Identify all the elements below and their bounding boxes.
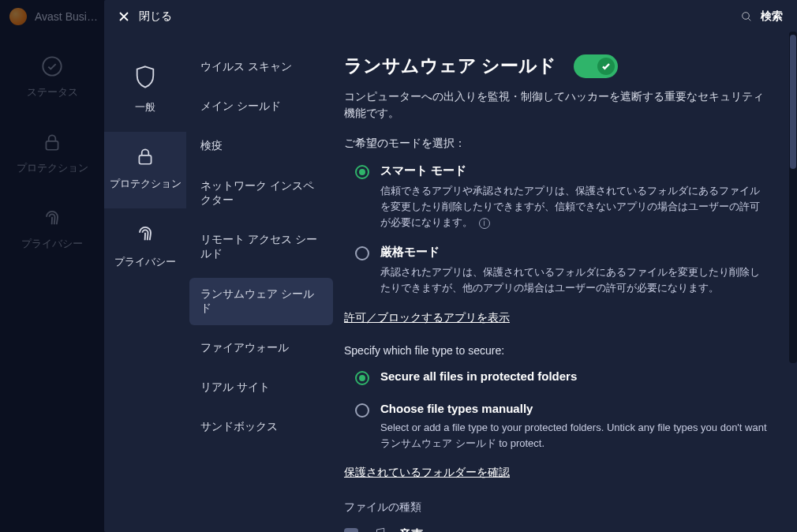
radio-secure-all[interactable] [355, 371, 369, 385]
overlay-body: 一般 プロテクション プライバシー ウイルス スキャン メイン シールド 検疫 … [104, 33, 797, 532]
file-label-audio: 音声 [399, 527, 423, 532]
sub-sandbox[interactable]: サンドボックス [189, 410, 333, 444]
category-column: 一般 プロテクション プライバシー [104, 33, 186, 532]
category-label: プロテクション [110, 178, 181, 191]
lock-icon [41, 131, 63, 153]
bg-sidebar-status: ステータス [0, 55, 104, 99]
file-type-label: Specify which file type to secure: [344, 344, 769, 357]
file-opt-choose-manual[interactable]: Choose file types manually Select or add… [344, 400, 769, 464]
shield-icon [134, 65, 156, 90]
checkbox-audio[interactable] [344, 528, 358, 532]
radio-smart[interactable] [355, 165, 369, 179]
fingerprint-icon [134, 223, 156, 245]
music-icon [371, 526, 387, 532]
bg-sidebar-label: ステータス [27, 85, 78, 99]
close-button[interactable]: 閉じる [118, 9, 172, 24]
mode-strict-title: 厳格モード [380, 245, 769, 260]
svg-point-0 [43, 57, 61, 75]
sub-main-shield[interactable]: メイン シールド [189, 90, 333, 123]
content-pane: ランサムウェア シールド コンピューターへの出入りを監視・制御してハッカーを遮断… [341, 33, 797, 532]
sub-quarantine[interactable]: 検疫 [189, 129, 333, 163]
sub-virus-scan[interactable]: ウイルス スキャン [189, 51, 333, 84]
mode-option-strict[interactable]: 厳格モード 承認されたアプリは、保護されているフォルダにあるファイルを変更したり… [344, 243, 769, 309]
sub-firewall[interactable]: ファイアウォール [189, 332, 333, 365]
svg-rect-3 [139, 155, 151, 164]
mode-label: ご希望のモードを選択： [344, 137, 769, 151]
bg-sidebar-label: プロテクション [17, 161, 88, 175]
toggle-knob [597, 58, 615, 75]
sub-remote-access[interactable]: リモート アクセス シールド [189, 223, 333, 271]
sub-column: ウイルス スキャン メイン シールド 検疫 ネットワーク インスペクター リモー… [186, 33, 341, 532]
svg-point-2 [743, 13, 750, 20]
mode-smart-body: スマート モード 信頼できるアプリや承認されたアプリは、保護されているフォルダに… [380, 163, 769, 230]
settings-overlay: 閉じる 検索 一般 プロテクション プライバシー ウイルス スキャン メイン [104, 0, 797, 532]
file-list-header: ファイルの種類 [344, 500, 769, 515]
feature-toggle[interactable] [574, 54, 618, 78]
overlay-header: 閉じる 検索 [104, 0, 797, 33]
file-opt-choose-manual-desc: Select or add a file type to your protec… [380, 420, 769, 451]
svg-rect-1 [46, 141, 58, 150]
sub-real-site[interactable]: リアル サイト [189, 371, 333, 404]
file-opt-secure-all-body: Secure all files in protected folders [380, 369, 577, 388]
category-label: 一般 [135, 101, 155, 114]
mode-smart-title: スマート モード [380, 163, 769, 178]
category-label: プライバシー [114, 256, 176, 269]
file-opt-secure-all[interactable]: Secure all files in protected folders [344, 368, 769, 400]
mode-strict-body: 厳格モード 承認されたアプリは、保護されているフォルダにあるファイルを変更したり… [380, 245, 769, 296]
search-label: 検索 [761, 9, 783, 24]
protected-folders-link[interactable]: 保護されているフォルダーを確認 [344, 466, 510, 480]
file-opt-secure-all-title: Secure all files in protected folders [380, 369, 577, 383]
mode-option-smart[interactable]: スマート モード 信頼できるアプリや承認されたアプリは、保護されているフォルダに… [344, 162, 769, 243]
category-privacy[interactable]: プライバシー [104, 208, 186, 287]
radio-strict[interactable] [355, 246, 369, 260]
check-icon [601, 62, 611, 71]
search-icon [740, 10, 753, 23]
status-icon [41, 55, 63, 77]
search-button[interactable]: 検索 [740, 9, 783, 24]
file-row-audio: 音声 [344, 523, 769, 532]
scrollbar[interactable] [789, 32, 797, 363]
close-label: 閉じる [139, 9, 172, 24]
page-title: ランサムウェア シールド [344, 54, 556, 78]
mode-smart-desc: 信頼できるアプリや承認されたアプリは、保護されているフォルダにあるファイルを変更… [380, 183, 769, 230]
mode-smart-desc-text: 信頼できるアプリや承認されたアプリは、保護されているフォルダにあるファイルを変更… [380, 185, 760, 228]
feature-description: コンピューターへの出入りを監視・制御してハッカーを遮断する重要なセキュリティ機能… [344, 89, 769, 122]
title-row: ランサムウェア シールド [344, 54, 769, 78]
info-icon[interactable]: i [479, 218, 490, 229]
bg-sidebar-privacy: プライバシー [0, 207, 104, 251]
bg-sidebar-label: プライバシー [21, 237, 83, 251]
bg-sidebar: ステータス プロテクション プライバシー [0, 33, 104, 532]
avast-logo-icon [9, 8, 27, 25]
bg-app-title: Avast Busi… [35, 10, 98, 23]
sub-ransomware[interactable]: ランサムウェア シールド [189, 278, 333, 325]
category-protection[interactable]: プロテクション [104, 132, 186, 208]
file-opt-choose-manual-body: Choose file types manually Select or add… [380, 402, 769, 451]
category-general[interactable]: 一般 [104, 51, 186, 132]
allow-block-link[interactable]: 許可／ブロックするアプリを表示 [344, 311, 510, 325]
close-icon [118, 11, 129, 22]
mode-strict-desc: 承認されたアプリは、保護されているフォルダにあるファイルを変更したり削除したりで… [380, 264, 769, 296]
file-opt-choose-manual-title: Choose file types manually [380, 402, 769, 415]
lock-icon [135, 146, 155, 167]
fingerprint-icon [41, 207, 63, 229]
scrollbar-thumb[interactable] [790, 35, 796, 169]
bg-sidebar-protection: プロテクション [0, 131, 104, 175]
radio-choose-manual[interactable] [355, 403, 369, 418]
sub-network-inspector[interactable]: ネットワーク インスペクター [189, 170, 333, 217]
